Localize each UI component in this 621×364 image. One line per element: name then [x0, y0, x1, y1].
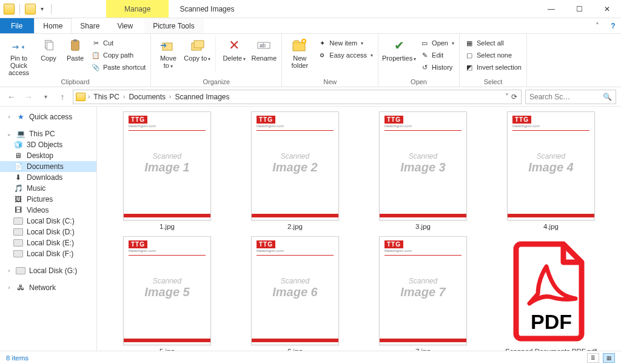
folder-icon [76, 93, 86, 101]
drive-icon [13, 217, 23, 225]
paste-shortcut-button[interactable]: 📎Paste shortcut [90, 62, 147, 73]
delete-button[interactable]: ✕ Delete▾ [221, 36, 247, 62]
sidebar-item-label: Local Disk (F:) [27, 250, 73, 258]
paste-shortcut-icon: 📎 [91, 62, 101, 72]
up-button[interactable]: ↑ [56, 90, 69, 104]
sidebar-item-quick-access[interactable]: › ★ Quick access [0, 111, 96, 122]
file-item[interactable]: TTGthetechguru.comScannedImage 22.jpg [237, 111, 353, 230]
search-input[interactable]: Search Sc… 🔍 [525, 90, 616, 104]
history-button[interactable]: ↺History [418, 62, 455, 73]
sidebar-item-label: Local Disk (D:) [27, 228, 75, 236]
svg-rect-9 [293, 42, 305, 51]
copy-to-icon [189, 38, 205, 53]
tab-share[interactable]: Share [72, 18, 109, 33]
folder-icon[interactable] [25, 4, 36, 15]
close-button[interactable]: ✕ [593, 0, 621, 18]
folder-icon: 🎞 [13, 206, 23, 214]
chevron-right-icon: › [6, 285, 12, 291]
new-folder-button[interactable]: New folder [286, 36, 314, 69]
sidebar-item-pictures[interactable]: 🖼Pictures [0, 194, 96, 205]
copy-button[interactable]: Copy [36, 36, 61, 62]
paste-button[interactable]: Paste [63, 36, 87, 62]
open-button[interactable]: ▭Open▾ [418, 38, 455, 48]
file-item[interactable]: TTGthetechguru.comScannedImage 55.jpg [109, 236, 225, 351]
sidebar-item-videos[interactable]: 🎞Videos [0, 205, 96, 216]
file-name: 4.jpg [543, 223, 559, 230]
tab-home[interactable]: Home [34, 18, 72, 33]
select-all-icon: ▦ [465, 38, 474, 48]
properties-button[interactable]: ✔ Properties▾ [382, 36, 416, 62]
sidebar-item-network[interactable]: › 🖧 Network [0, 282, 96, 293]
file-item[interactable]: TTGthetechguru.comScannedImage 77.jpg [365, 236, 481, 351]
maximize-button[interactable]: ☐ [565, 0, 593, 18]
sidebar-item-local-g[interactable]: › Local Disk (G:) [0, 265, 96, 276]
view-details-button[interactable]: ≣ [587, 353, 599, 363]
cut-button[interactable]: ✂Cut [90, 38, 147, 48]
breadcrumb[interactable]: Documents [126, 93, 168, 101]
invert-selection-button[interactable]: ◩Invert selection [463, 62, 523, 73]
file-item[interactable]: PDFScanned Documents PDF.pdf [493, 236, 609, 351]
ribbon: Pin to Quick access Copy Paste ✂Cut 📋Cop… [0, 34, 621, 87]
chevron-right-icon[interactable]: › [88, 93, 90, 100]
sidebar-item-label: Pictures [27, 195, 53, 204]
breadcrumb[interactable]: This PC [91, 93, 122, 101]
copy-path-icon: 📋 [91, 50, 101, 60]
sidebar-item-downloads[interactable]: ⬇Downloads [0, 172, 96, 183]
sidebar-item-local-disk-c-[interactable]: Local Disk (C:) [0, 216, 96, 227]
sidebar-item-3d-objects[interactable]: 🧊3D Objects [0, 139, 96, 150]
sidebar-item-local-disk-f-[interactable]: Local Disk (F:) [0, 248, 96, 259]
easy-access-button[interactable]: ⭘Easy access▾ [316, 50, 374, 61]
qat-dropdown[interactable]: ▾ [38, 5, 46, 12]
sidebar-item-documents[interactable]: 📄Documents [0, 161, 96, 172]
select-none-button[interactable]: ▢Select none [463, 50, 523, 61]
chevron-right-icon: › [6, 114, 12, 120]
file-list[interactable]: TTGthetechguru.comScannedImage 11.jpgTTG… [97, 107, 621, 351]
recent-button[interactable]: ▾ [39, 90, 52, 104]
sidebar-item-desktop[interactable]: 🖥Desktop [0, 150, 96, 161]
move-to-button[interactable]: Move to▾ [155, 36, 181, 69]
chevron-right-icon[interactable]: › [169, 93, 171, 100]
forward-button[interactable]: → [22, 90, 35, 104]
easy-access-icon: ⭘ [317, 50, 327, 60]
copy-to-button[interactable]: Copy to▾ [184, 36, 210, 62]
group-select: ▦Select all ▢Select none ◩Invert selecti… [460, 34, 527, 87]
address-bar[interactable]: › This PC › Documents › Scanned Images ˅… [73, 90, 522, 104]
drive-icon [13, 239, 23, 247]
rename-button[interactable]: ab Rename [250, 36, 278, 62]
context-tab-manage[interactable]: Manage [106, 0, 169, 18]
copy-path-button[interactable]: 📋Copy path [90, 50, 147, 61]
status-count: 8 items [6, 354, 29, 362]
tab-file[interactable]: File [0, 18, 34, 33]
pin-quick-access-button[interactable]: Pin to Quick access [4, 36, 34, 76]
tab-view[interactable]: View [109, 18, 142, 33]
group-new: New folder ✦New item▾ ⭘Easy access▾ New [282, 34, 378, 87]
sidebar-item-local-disk-e-[interactable]: Local Disk (E:) [0, 237, 96, 248]
tab-picture-tools[interactable]: Picture Tools [144, 18, 203, 33]
refresh-button[interactable]: ⟳ [511, 93, 517, 101]
select-all-button[interactable]: ▦Select all [463, 38, 523, 48]
file-item[interactable]: TTGthetechguru.comScannedImage 44.jpg [493, 111, 609, 230]
file-item[interactable]: TTGthetechguru.comScannedImage 11.jpg [109, 111, 225, 230]
file-thumbnail: TTGthetechguru.comScannedImage 4 [507, 111, 595, 220]
address-dropdown[interactable]: ˅ [505, 93, 509, 101]
edit-icon: ✎ [420, 50, 429, 60]
view-large-icons-button[interactable]: ▦ [603, 353, 615, 363]
file-item[interactable]: TTGthetechguru.comScannedImage 33.jpg [365, 111, 481, 230]
folder-icon[interactable] [4, 4, 15, 15]
breadcrumb[interactable]: Scanned Images [172, 93, 232, 101]
sidebar-item-this-pc[interactable]: ⌄ 💻 This PC [0, 128, 96, 139]
new-item-button[interactable]: ✦New item▾ [316, 38, 374, 48]
quick-access-toolbar: ▾ [0, 0, 58, 18]
brand-badge: TTG [384, 240, 403, 248]
sidebar-item-music[interactable]: 🎵Music [0, 183, 96, 194]
file-item[interactable]: TTGthetechguru.comScannedImage 66.jpg [237, 236, 353, 351]
group-open: ✔ Properties▾ ▭Open▾ ✎Edit ↺History Open [378, 34, 460, 87]
sidebar-item-local-disk-d-[interactable]: Local Disk (D:) [0, 227, 96, 237]
help-button[interactable]: ? [605, 18, 621, 33]
search-placeholder: Search Sc… [529, 93, 570, 101]
ribbon-collapse-button[interactable]: ˄ [589, 18, 605, 33]
back-button[interactable]: ← [5, 90, 18, 104]
chevron-right-icon[interactable]: › [123, 93, 125, 100]
edit-button[interactable]: ✎Edit [418, 50, 455, 61]
minimize-button[interactable]: ― [537, 0, 565, 18]
